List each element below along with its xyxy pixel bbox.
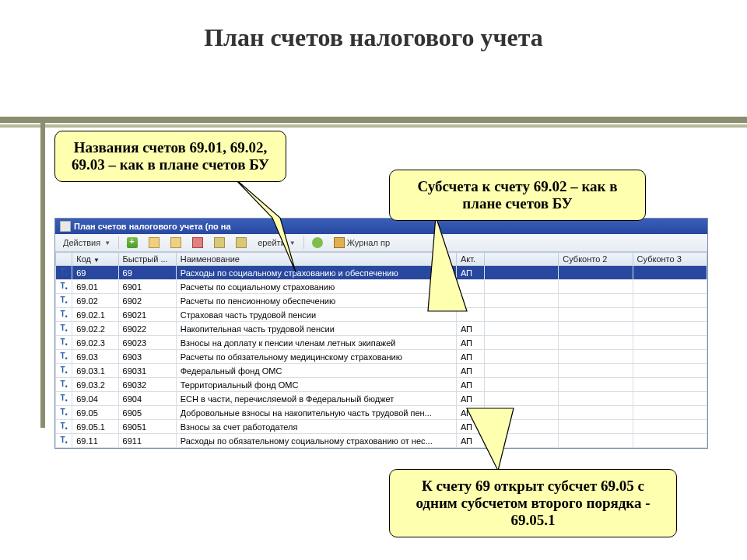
cell-kod: 69.02.2 [72,322,118,336]
cell-akt: АП [456,420,484,434]
chevron-down-icon: ▼ [104,240,110,247]
copy-button[interactable] [167,236,184,249]
col-sub1[interactable] [484,253,558,266]
cell-bystr: 6905 [118,406,176,420]
col-bystr[interactable]: Быстрый ... [118,253,176,266]
col-sub3[interactable]: Субконто 3 [633,253,707,266]
cell-naim: Расчеты по обязательному медицинскому ст… [176,350,456,364]
refresh-button[interactable] [309,236,326,249]
delete-button[interactable] [189,236,206,249]
col-icon[interactable] [56,253,72,266]
col-kod[interactable]: Код ▼ [72,253,118,266]
col-sub2[interactable]: Субконто 2 [559,253,633,266]
cell-sub2 [559,406,633,420]
table-row[interactable]: T•69.02.369023Взносы на доплату к пенсии… [56,336,707,350]
col-akt[interactable]: Акт. [456,253,484,266]
table-row[interactable]: T•69.046904ЕСН в части, перечисляемой в … [56,392,707,406]
journal-button[interactable]: Журнал пр [331,236,393,249]
cell-sub1 [484,406,558,420]
cell-naim: Взносы на доплату к пенсии членам летных… [176,336,456,350]
cell-sub3 [633,322,707,336]
cell-akt [456,294,484,308]
cell-sub1 [484,336,558,350]
filter-icon [236,237,247,248]
cell-bystr: 6904 [118,392,176,406]
cell-kod: 69.03.2 [72,378,118,392]
cell-sub3 [633,266,707,280]
account-icon: T• [61,394,68,402]
cell-sub1 [484,364,558,378]
cell-sub3 [633,364,707,378]
account-icon: T• [61,324,68,332]
cell-bystr: 69031 [118,364,176,378]
accounts-grid[interactable]: Код ▼ Быстрый ... Наименование Акт. Субк… [55,252,707,448]
accent-bar [0,117,747,123]
cell-kod: 69.11 [72,434,118,448]
separator [118,236,119,249]
account-icon: T• [61,436,68,444]
cell-bystr: 6911 [118,434,176,448]
chevron-down-icon: ▼ [289,240,296,247]
cell-naim: Расчеты по социальному страхованию [176,280,456,294]
table-row[interactable]: T•69.036903Расчеты по обязательному меди… [56,350,707,364]
titlebar[interactable]: План счетов налогового учета (по на [55,219,707,234]
cell-sub2 [559,308,633,322]
slide-title: План счетов налогового учета [0,0,747,60]
add-button[interactable] [124,236,141,249]
cell-naim: Федеральный фонд ОМС [176,364,456,378]
cell-sub3 [633,308,707,322]
account-icon: T• [61,380,68,388]
cell-akt: АП [456,434,484,448]
cell-sub3 [633,378,707,392]
cell-kod: 69.03 [72,350,118,364]
copy-icon [170,237,181,248]
account-icon: T• [61,408,68,416]
table-row[interactable]: T•69.056905Добровольные взносы на накопи… [56,406,707,420]
cell-sub2 [559,434,633,448]
cell-naim: Расходы по социальному страхованию и обе… [176,266,456,280]
add-icon [127,237,138,248]
cell-sub2 [559,420,633,434]
cell-akt: АП [456,336,484,350]
cell-akt: АП [456,392,484,406]
cell-akt: АП [456,350,484,364]
account-icon: T• [61,296,68,304]
cell-sub1 [484,266,558,280]
filter-button[interactable] [233,236,250,249]
table-row[interactable]: T•6969Расходы по социальному страхованию… [56,266,707,280]
cell-akt: АП [456,378,484,392]
cell-sub2 [559,350,633,364]
account-icon: T• [61,366,68,374]
cell-sub3 [633,420,707,434]
table-row[interactable]: T•69.05.169051Взносы за счет работодател… [56,420,707,434]
cell-akt: АП [456,406,484,420]
hierarchy-button[interactable] [211,236,228,249]
cell-sub3 [633,280,707,294]
col-naim[interactable]: Наименование [176,253,456,266]
cell-naim: Добровольные взносы на накопительную час… [176,406,456,420]
edit-button[interactable] [146,236,163,249]
account-icon: T• [61,282,68,290]
actions-menu[interactable]: Действия ▼ [60,237,114,248]
table-row[interactable]: T•69.03.169031Федеральный фонд ОМСАП [56,364,707,378]
cell-bystr: 69022 [118,322,176,336]
cell-naim: Расчеты по пенсионному обеспечению [176,294,456,308]
table-row[interactable]: T•69.02.169021Страховая часть трудовой п… [56,308,707,322]
hierarchy-icon [214,237,225,248]
table-row[interactable]: T•69.016901Расчеты по социальному страхо… [56,280,707,294]
table-row[interactable]: T•69.116911Расходы по обязательному соци… [56,434,707,448]
table-row[interactable]: T•69.026902Расчеты по пенсионному обеспе… [56,294,707,308]
account-icon: T• [61,422,68,430]
cell-bystr: 69032 [118,378,176,392]
grid-header-row: Код ▼ Быстрый ... Наименование Акт. Субк… [56,253,707,266]
app-window: План счетов налогового учета (по на Дейс… [54,218,708,449]
table-row[interactable]: T•69.02.269022Накопительная часть трудов… [56,322,707,336]
refresh-icon [312,237,323,248]
cell-sub2 [559,336,633,350]
cell-kod: 69.02.1 [72,308,118,322]
goto-menu[interactable]: ерейти ▼ [254,237,299,248]
separator [303,236,304,249]
cell-naim: Взносы за счет работодателя [176,420,456,434]
cell-naim: Страховая часть трудовой пенсии [176,308,456,322]
table-row[interactable]: T•69.03.269032Территориальный фонд ОМСАП [56,378,707,392]
